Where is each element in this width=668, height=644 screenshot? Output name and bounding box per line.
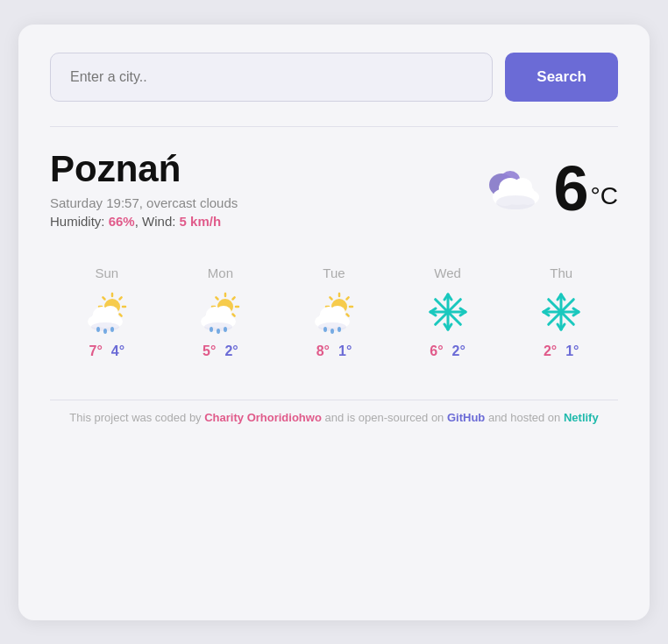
svg-point-25 <box>110 327 114 332</box>
divider <box>50 126 618 127</box>
forecast-temps-mon: 5° 2° <box>203 343 238 359</box>
forecast-day-mon: Mon 5° <box>164 265 278 359</box>
search-input[interactable] <box>50 53 493 102</box>
forecast-day-sun: Sun <box>50 265 164 359</box>
city-date: Saturday 19:57, overcast clouds <box>50 195 238 210</box>
forecast-icon-sun <box>84 289 130 335</box>
forecast-label-mon: Mon <box>208 265 233 280</box>
forecast-label-wed: Wed <box>434 265 461 280</box>
svg-point-87 <box>558 308 565 315</box>
footer-text2: and is open-sourced on <box>322 411 447 424</box>
overcast-cloud-icon <box>484 164 545 212</box>
svg-point-42 <box>217 329 220 334</box>
forecast-label-tue: Tue <box>323 265 345 280</box>
wind-label: Wind: <box>142 214 175 229</box>
forecast-day-thu: Thu 2° <box>504 265 618 359</box>
footer-text3: and hosted on <box>485 411 564 424</box>
forecast-low-mon: 2° <box>224 343 238 359</box>
city-humidity: Humidity: 66%, Wind: 5 km/h <box>50 214 238 229</box>
forecast-low-wed: 2° <box>452 343 465 359</box>
svg-line-33 <box>233 297 235 299</box>
forecast-label-sun: Sun <box>95 265 118 280</box>
svg-line-14 <box>119 314 121 315</box>
svg-point-6 <box>513 178 532 195</box>
footer: This project was coded by Charity Orhori… <box>50 400 618 424</box>
forecast-high-thu: 2° <box>544 343 557 359</box>
svg-point-61 <box>338 327 341 332</box>
svg-point-24 <box>103 329 107 334</box>
weather-card: Search Poznań Saturday 19:57, overcast c… <box>18 25 650 620</box>
forecast-high-wed: 6° <box>430 343 443 359</box>
current-weather-section: Poznań Saturday 19:57, overcast clouds H… <box>50 148 618 229</box>
forecast-high-mon: 5° <box>203 343 216 359</box>
svg-point-23 <box>96 327 100 332</box>
forecast-low-thu: 1° <box>565 343 579 359</box>
city-name: Poznań <box>50 148 238 190</box>
wind-value: 5 km/h <box>180 214 222 229</box>
footer-github-link[interactable]: GitHub <box>447 411 485 424</box>
search-row: Search <box>50 53 618 102</box>
footer-charity-link[interactable]: Charity Orhoridiohwo <box>204 411 322 424</box>
svg-point-39 <box>216 306 231 320</box>
svg-point-59 <box>323 327 327 332</box>
forecast-icon-wed <box>425 289 471 335</box>
forecast-temps-sun: 7° 4° <box>89 343 125 359</box>
city-info: Poznań Saturday 19:57, overcast clouds H… <box>50 148 238 229</box>
footer-netlify-link[interactable]: Netlify <box>564 411 599 424</box>
svg-line-13 <box>103 297 104 299</box>
forecast-temps-tue: 8° 1° <box>316 343 352 359</box>
forecast-icon-thu <box>538 289 584 335</box>
search-button[interactable]: Search <box>505 53 618 102</box>
forecast-icon-tue <box>311 289 357 335</box>
svg-line-15 <box>119 297 121 299</box>
forecast-day-tue: Tue 8° <box>277 265 391 359</box>
svg-point-57 <box>330 306 345 320</box>
forecast-low-tue: 1° <box>338 343 352 359</box>
humidity-value: 66% <box>109 214 135 229</box>
humidity-label: Humidity: <box>50 214 105 229</box>
svg-point-7 <box>496 195 535 209</box>
footer-text1: This project was coded by <box>69 411 204 424</box>
svg-line-49 <box>330 297 331 299</box>
svg-line-50 <box>346 314 348 315</box>
svg-line-31 <box>217 297 218 299</box>
temperature-section: 6°C <box>484 157 618 220</box>
svg-point-60 <box>330 329 334 334</box>
forecast-label-thu: Thu <box>550 265 572 280</box>
forecast-grid: Sun <box>50 257 618 368</box>
forecast-low-sun: 4° <box>111 343 124 359</box>
forecast-temps-wed: 6° 2° <box>430 343 465 359</box>
svg-line-32 <box>233 314 235 315</box>
forecast-high-tue: 8° <box>316 343 330 359</box>
temperature-display: 6°C <box>554 157 618 220</box>
svg-point-41 <box>210 327 213 332</box>
svg-point-43 <box>224 327 227 332</box>
forecast-high-sun: 7° <box>89 343 103 359</box>
forecast-temps-thu: 2° 1° <box>544 343 579 359</box>
svg-line-51 <box>346 297 348 299</box>
forecast-day-wed: Wed <box>391 265 505 359</box>
svg-point-21 <box>103 306 118 320</box>
forecast-icon-mon <box>197 289 243 335</box>
svg-point-74 <box>444 308 451 315</box>
